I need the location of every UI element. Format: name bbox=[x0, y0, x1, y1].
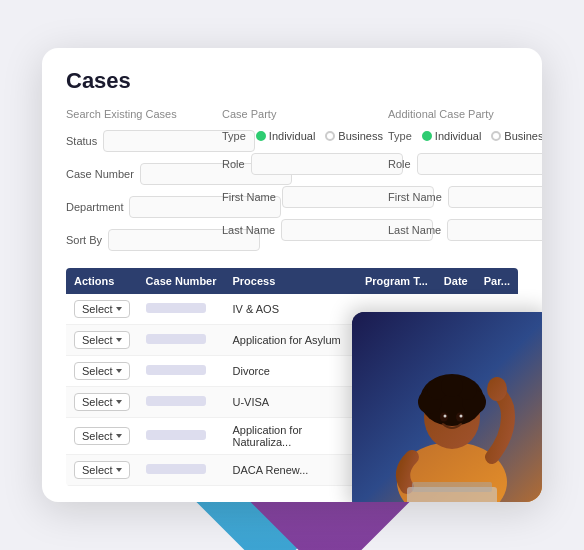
svg-point-9 bbox=[441, 375, 463, 397]
add-party-firstname-row: First Name bbox=[388, 186, 542, 208]
process-cell: Application for Naturaliza... bbox=[225, 418, 357, 455]
case-party-lastname-row: Last Name bbox=[222, 219, 372, 241]
add-party-type-label: Type bbox=[388, 130, 412, 142]
case-number-bar bbox=[146, 430, 206, 440]
case-party-individual-radio[interactable]: Individual bbox=[256, 130, 315, 142]
sort-by-row: Sort By bbox=[66, 229, 206, 251]
business-radio-label: Business bbox=[338, 130, 383, 142]
select-button[interactable]: Select bbox=[74, 427, 130, 445]
sort-by-label: Sort By bbox=[66, 234, 102, 246]
case-party-role-input[interactable] bbox=[251, 153, 403, 175]
add-party-lastname-input[interactable] bbox=[447, 219, 542, 241]
col-par: Par... bbox=[476, 268, 518, 294]
chevron-down-icon bbox=[116, 434, 122, 438]
additional-case-party-section-label: Additional Case Party bbox=[388, 108, 542, 120]
process-cell: DACA Renew... bbox=[225, 455, 357, 486]
svg-point-13 bbox=[444, 415, 447, 418]
add-party-type-radio: Individual Business bbox=[422, 130, 542, 142]
case-number-bar bbox=[146, 396, 206, 406]
action-cell: Select bbox=[66, 387, 138, 418]
status-label: Status bbox=[66, 135, 97, 147]
case-party-business-radio[interactable]: Business bbox=[325, 130, 383, 142]
case-number-bar bbox=[146, 365, 206, 375]
select-button[interactable]: Select bbox=[74, 331, 130, 349]
department-row: Department bbox=[66, 196, 206, 218]
action-cell: Select bbox=[66, 418, 138, 455]
add-party-firstname-input[interactable] bbox=[448, 186, 542, 208]
case-party-type-label: Type bbox=[222, 130, 246, 142]
person-photo-overlay bbox=[352, 312, 542, 502]
add-individual-radio-dot bbox=[422, 131, 432, 141]
action-cell: Select bbox=[66, 455, 138, 486]
case-party-role-label: Role bbox=[222, 158, 245, 170]
chevron-down-icon bbox=[116, 369, 122, 373]
table-header-row: Actions Case Number Process Program T...… bbox=[66, 268, 518, 294]
cases-card: Cases Search Existing Cases Status Case … bbox=[42, 48, 542, 502]
select-button[interactable]: Select bbox=[74, 461, 130, 479]
case-number-cell bbox=[138, 418, 225, 455]
case-number-label: Case Number bbox=[66, 168, 134, 180]
add-business-radio-dot bbox=[491, 131, 501, 141]
chevron-down-icon bbox=[116, 307, 122, 311]
individual-radio-dot bbox=[256, 131, 266, 141]
col-process: Process bbox=[225, 268, 357, 294]
action-cell: Select bbox=[66, 325, 138, 356]
select-button[interactable]: Select bbox=[74, 300, 130, 318]
case-number-cell bbox=[138, 387, 225, 418]
add-party-role-input[interactable] bbox=[417, 153, 542, 175]
case-number-cell bbox=[138, 356, 225, 387]
search-section-label: Search Existing Cases bbox=[66, 108, 206, 120]
add-party-type-row: Type Individual Business bbox=[388, 130, 542, 142]
case-number-cell bbox=[138, 455, 225, 486]
chevron-down-icon bbox=[116, 338, 122, 342]
additional-case-party-col: Additional Case Party Type Individual Bu… bbox=[388, 108, 542, 256]
add-party-role-row: Role bbox=[388, 153, 542, 175]
add-party-lastname-row: Last Name bbox=[388, 219, 542, 241]
add-party-lastname-label: Last Name bbox=[388, 224, 441, 236]
case-number-bar bbox=[146, 464, 206, 474]
select-button[interactable]: Select bbox=[74, 362, 130, 380]
case-party-firstname-label: First Name bbox=[222, 191, 276, 203]
case-number-row: Case Number bbox=[66, 163, 206, 185]
case-number-cell bbox=[138, 294, 225, 325]
case-party-firstname-row: First Name bbox=[222, 186, 372, 208]
person-illustration bbox=[352, 312, 542, 502]
case-number-cell bbox=[138, 325, 225, 356]
select-button[interactable]: Select bbox=[74, 393, 130, 411]
status-row: Status bbox=[66, 130, 206, 152]
department-label: Department bbox=[66, 201, 123, 213]
process-cell: U-VISA bbox=[225, 387, 357, 418]
col-case-number: Case Number bbox=[138, 268, 225, 294]
case-number-bar bbox=[146, 334, 206, 344]
search-section: Search Existing Cases Status Case Number… bbox=[66, 108, 518, 256]
action-cell: Select bbox=[66, 356, 138, 387]
add-individual-radio-label: Individual bbox=[435, 130, 481, 142]
action-cell: Select bbox=[66, 294, 138, 325]
process-cell: IV & AOS bbox=[225, 294, 357, 325]
case-party-lastname-label: Last Name bbox=[222, 224, 275, 236]
add-party-business-radio[interactable]: Business bbox=[491, 130, 542, 142]
process-cell: Application for Asylum bbox=[225, 325, 357, 356]
add-party-individual-radio[interactable]: Individual bbox=[422, 130, 481, 142]
chevron-down-icon bbox=[116, 468, 122, 472]
case-party-role-row: Role bbox=[222, 153, 372, 175]
case-party-type-radio: Individual Business bbox=[256, 130, 383, 142]
case-number-bar bbox=[146, 303, 206, 313]
process-cell: Divorce bbox=[225, 356, 357, 387]
case-party-col: Case Party Type Individual Business Role bbox=[222, 108, 372, 256]
search-existing-cases-col: Search Existing Cases Status Case Number… bbox=[66, 108, 206, 256]
svg-point-10 bbox=[487, 377, 507, 401]
business-radio-dot bbox=[325, 131, 335, 141]
svg-rect-16 bbox=[412, 482, 492, 492]
chevron-down-icon bbox=[116, 400, 122, 404]
page-title: Cases bbox=[66, 68, 518, 94]
individual-radio-label: Individual bbox=[269, 130, 315, 142]
add-party-firstname-label: First Name bbox=[388, 191, 442, 203]
add-business-radio-label: Business bbox=[504, 130, 542, 142]
case-party-type-row: Type Individual Business bbox=[222, 130, 372, 142]
case-party-section-label: Case Party bbox=[222, 108, 372, 120]
svg-point-14 bbox=[460, 415, 463, 418]
col-date: Date bbox=[436, 268, 476, 294]
col-program-type: Program T... bbox=[357, 268, 436, 294]
col-actions: Actions bbox=[66, 268, 138, 294]
